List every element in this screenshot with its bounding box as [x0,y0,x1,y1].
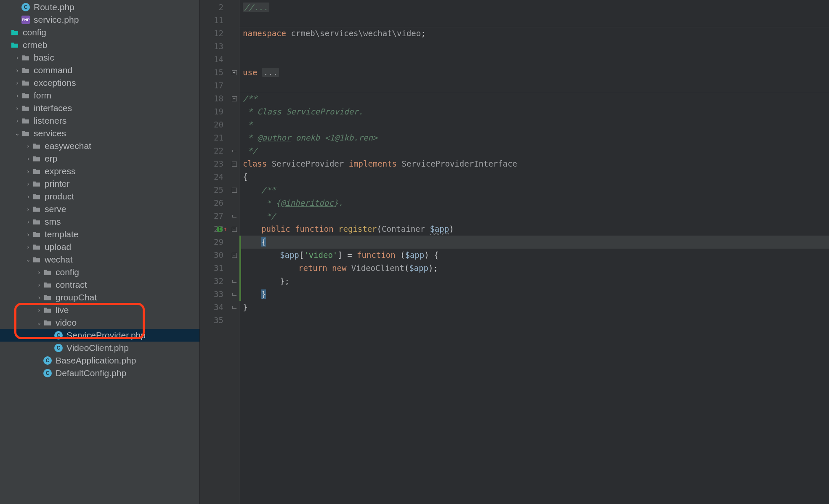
code-line[interactable]: * {@inheritdoc}. [239,196,829,210]
tree-item-config[interactable]: ›config [0,26,199,39]
code-line[interactable]: * @author onekb <1@1kb.ren> [239,131,829,144]
code-line[interactable]: /** [239,183,829,196]
chevron-right-icon[interactable]: › [24,143,32,149]
tree-item-form[interactable]: ›form [0,89,199,102]
tree-item-route-php[interactable]: ›CRoute.php [0,1,199,13]
chevron-right-icon[interactable]: › [13,105,21,111]
tree-item-wechat[interactable]: ⌄wechat [0,253,199,266]
tree-item-upload[interactable]: ›upload [0,241,199,253]
fold-marker[interactable] [229,301,239,314]
code-line[interactable]: { [239,170,829,183]
fold-marker[interactable] [229,210,239,223]
tree-item-printer[interactable]: ›printer [0,178,199,190]
code-line[interactable] [239,314,829,327]
code-line[interactable]: } [239,301,829,314]
tree-item-video[interactable]: ⌄video [0,316,199,329]
code-line[interactable]: class ServiceProvider implements Service… [239,157,829,170]
fold-collapse-icon[interactable]: − [232,253,237,258]
code-line[interactable] [239,14,829,27]
code-line[interactable] [239,79,829,92]
chevron-right-icon[interactable]: › [35,294,43,301]
tree-item-listeners[interactable]: ›listeners [0,114,199,127]
chevron-down-icon[interactable]: ⌄ [24,256,32,263]
chevron-right-icon[interactable]: › [24,206,32,212]
chevron-right-icon[interactable]: › [24,218,32,225]
code-line[interactable]: * Class ServiceProvider. [239,105,829,118]
tree-item-videoclient-php[interactable]: ›CVideoClient.php [0,342,199,354]
chevron-right-icon[interactable]: › [24,155,32,162]
tree-item-contract[interactable]: ›contract [0,279,199,291]
tree-item-baseapplication-php[interactable]: ›CBaseApplication.php [0,354,199,367]
tree-item-defaultconfig-php[interactable]: ›CDefaultConfig.php [0,367,199,379]
code-line[interactable]: */ [239,210,829,223]
chevron-right-icon[interactable]: › [24,180,32,187]
chevron-down-icon[interactable]: ⌄ [13,130,21,137]
tree-item-product[interactable]: ›product [0,190,199,203]
chevron-right-icon[interactable]: › [35,281,43,288]
tree-item-basic[interactable]: ›basic [0,51,199,64]
fold-collapse-icon[interactable]: − [232,96,237,101]
tree-item-command[interactable]: ›command [0,64,199,77]
fold-marker[interactable] [229,288,239,301]
code-line[interactable]: use ... [239,66,829,79]
tree-item-groupchat[interactable]: ›groupChat [0,291,199,304]
chevron-right-icon[interactable]: › [24,244,32,250]
tree-item-live[interactable]: ›live [0,304,199,316]
chevron-right-icon[interactable]: › [13,67,21,74]
tree-item-exceptions[interactable]: ›exceptions [0,77,199,89]
fold-marker[interactable] [229,275,239,288]
tree-item-crmeb[interactable]: ›crmeb [0,39,199,51]
chevron-right-icon[interactable]: › [35,269,43,276]
code-editor[interactable]: 2111213141517181920212223242526272829303… [200,0,829,504]
chevron-right-icon[interactable]: › [24,193,32,200]
chevron-right-icon[interactable]: › [35,307,43,313]
code-line[interactable]: $app['video'] = function ($app) { [239,249,829,262]
fold-expand-icon[interactable]: + [232,70,237,75]
tree-item-config[interactable]: ›config [0,266,199,279]
chevron-right-icon[interactable]: › [13,117,21,124]
chevron-right-icon[interactable]: › [13,80,21,86]
code-line[interactable]: /** [239,92,829,105]
fold-marker[interactable] [229,144,239,157]
code-line[interactable]: //... [239,1,829,14]
fold-collapse-icon[interactable]: − [232,162,237,167]
project-sidebar[interactable]: ›CRoute.php›PHPservice.php›config›crmeb›… [0,0,200,504]
tree-item-easywechat[interactable]: ›easywechat [0,140,199,152]
tree-item-interfaces[interactable]: ›interfaces [0,102,199,114]
fold-marker[interactable]: − [229,157,239,170]
tree-item-service-php[interactable]: ›PHPservice.php [0,13,199,26]
tree-item-erp[interactable]: ›erp [0,152,199,165]
code-line[interactable]: return new VideoClient($app); [239,262,829,275]
fold-marker[interactable]: − [229,183,239,196]
code-line[interactable]: }; [239,275,829,288]
chevron-right-icon[interactable]: › [13,92,21,99]
fold-marker[interactable]: − [229,92,239,105]
chevron-right-icon[interactable]: › [24,168,32,175]
code-line[interactable]: { [239,236,829,249]
chevron-right-icon[interactable]: › [13,54,21,61]
implements-marker-icon[interactable]: I [217,226,223,232]
fold-marker[interactable]: −I↑ [229,223,239,236]
fold-marker-column[interactable]: +−−−−I↑− [229,0,239,504]
chevron-right-icon[interactable]: › [24,231,32,238]
fold-marker[interactable]: − [229,249,239,262]
tree-item-express[interactable]: ›express [0,165,199,178]
code-line[interactable]: * [239,118,829,131]
code-line[interactable]: public function register(Container $app) [239,223,829,236]
fold-collapse-icon[interactable]: − [232,227,237,232]
tree-item-serviceprovider-php[interactable]: ›CServiceProvider.php [0,329,199,342]
code-line[interactable] [239,40,829,53]
tree-item-services[interactable]: ⌄services [0,127,199,140]
code-line[interactable]: namespace crmeb\services\wechat\video; [239,27,829,40]
code-line[interactable]: */ [239,144,829,157]
tree-item-sms[interactable]: ›sms [0,215,199,228]
chevron-down-icon[interactable]: ⌄ [35,319,43,326]
code-line[interactable] [239,53,829,66]
token: ) [449,224,454,233]
tree-item-template[interactable]: ›template [0,228,199,241]
code-area[interactable]: //...namespace crmeb\services\wechat\vid… [239,0,829,504]
fold-collapse-icon[interactable]: − [232,188,237,193]
fold-marker[interactable]: + [229,66,239,79]
tree-item-serve[interactable]: ›serve [0,203,199,215]
code-line[interactable]: } [239,288,829,301]
